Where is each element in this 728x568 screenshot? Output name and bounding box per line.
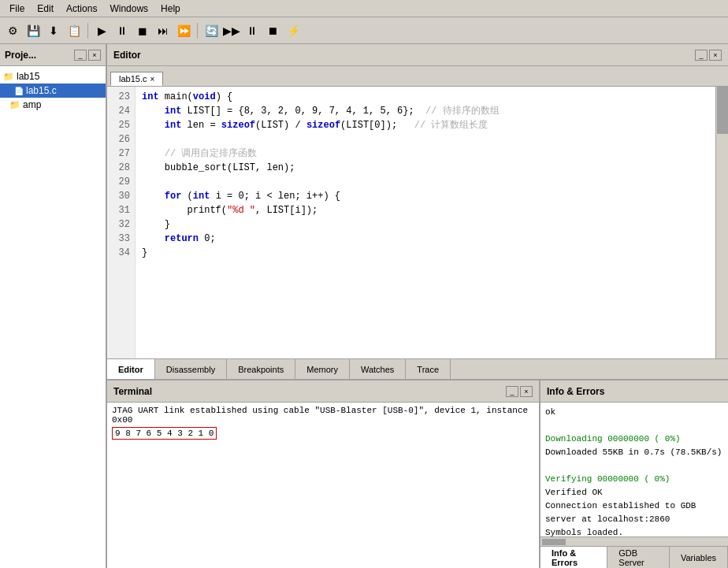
project-tree: 📁 lab15 📄 lab15.c 📁 amp	[0, 66, 106, 568]
tree-file-label: lab15.c	[26, 85, 57, 96]
info-tab-variables[interactable]: Variables	[670, 547, 728, 568]
code-editor[interactable]: int main(void) { int LIST[] = {8, 3, 2, …	[136, 87, 715, 358]
info-header: Info & Errors	[540, 381, 728, 403]
info-spacer-1	[545, 419, 723, 432]
toolbar-stop[interactable]: ◼	[133, 21, 152, 40]
tab-breakpoints[interactable]: Breakpoints	[227, 359, 295, 379]
editor-tab-lab15c[interactable]: lab15.c ×	[110, 72, 163, 86]
terminal-highlighted-output: 9 8 7 6 5 4 3 2 1 0	[112, 427, 217, 440]
info-title: Info & Errors	[547, 386, 604, 397]
info-scrollbar-h[interactable]	[540, 536, 728, 546]
line-numbers: 23 24 25 26 27 28 29 30 31 32 33 34	[107, 87, 136, 358]
menu-actions[interactable]: Actions	[60, 2, 103, 16]
toolbar-sep-2	[197, 23, 198, 39]
toolbar-settings[interactable]: ⚙	[3, 21, 22, 40]
editor-minimize-btn[interactable]: _	[695, 50, 708, 61]
terminal-minimize-btn[interactable]: _	[506, 386, 518, 397]
editor-scrollbar[interactable]	[715, 87, 728, 358]
menubar: File Edit Actions Windows Help	[0, 0, 728, 17]
editor-tab-label: lab15.c	[119, 74, 147, 84]
terminal-line2: 9 8 7 6 5 4 3 2 1 0	[112, 425, 534, 440]
toolbar-save[interactable]: 💾	[24, 21, 43, 40]
editor-close-btn[interactable]: ×	[709, 50, 722, 61]
editor-panel: Editor _ × lab15.c × 23 24 25 26 27	[107, 44, 728, 379]
info-line-symbols: Symbols loaded.	[545, 526, 723, 536]
info-tab-gdb-server[interactable]: GDB Server	[607, 547, 670, 568]
folder-icon-amp: 📁	[9, 100, 20, 110]
editor-header-buttons: _ ×	[695, 50, 722, 61]
terminal-panel: Terminal _ × JTAG UART link established …	[107, 381, 540, 568]
toolbar-step-into[interactable]: ⏩	[174, 21, 193, 40]
tree-root-folder[interactable]: 📁 lab15	[0, 69, 106, 84]
toolbar-step-over[interactable]: ⏭	[154, 21, 173, 40]
project-minimize-btn[interactable]: _	[74, 50, 87, 61]
info-line-verifying: Verifying 00000000 ( 0%)	[545, 473, 723, 486]
menu-edit[interactable]: Edit	[31, 2, 60, 16]
toolbar-reset[interactable]: ⏹	[263, 21, 282, 40]
toolbar-copy[interactable]: 📋	[65, 21, 84, 40]
info-scroll-thumb	[542, 539, 566, 545]
menu-windows[interactable]: Windows	[103, 2, 154, 16]
tab-editor[interactable]: Editor	[107, 359, 155, 379]
project-title: Proje...	[5, 50, 36, 61]
info-spacer-2	[545, 459, 723, 473]
terminal-close-btn[interactable]: ×	[520, 386, 533, 397]
tree-amp-folder[interactable]: 📁 amp	[0, 98, 106, 112]
info-panel: Info & Errors ok Downloading 00000000 ( …	[540, 381, 728, 568]
info-line-verified: Verified OK	[545, 486, 723, 499]
folder-icon: 📁	[3, 72, 14, 82]
bottom-panels: Terminal _ × JTAG UART link established …	[107, 379, 728, 568]
info-line-ok: ok	[545, 406, 723, 419]
editor-content[interactable]: 23 24 25 26 27 28 29 30 31 32 33 34 int …	[107, 87, 728, 358]
info-line-connection: Connection established to GDB server at …	[545, 499, 723, 526]
editor-tab-close[interactable]: ×	[150, 75, 154, 84]
info-line-downloaded: Downloaded 55KB in 0.7s (78.5KB/s)	[545, 446, 723, 459]
scrollbar-thumb	[717, 87, 728, 134]
tree-amp-label: amp	[23, 99, 41, 110]
terminal-title: Terminal	[113, 386, 152, 397]
tab-watches[interactable]: Watches	[350, 359, 406, 379]
file-icon: 📄	[14, 87, 24, 95]
toolbar-sep-1	[87, 23, 88, 39]
tab-trace[interactable]: Trace	[406, 359, 451, 379]
info-bottom-tabs: Info & Errors GDB Server Variables	[540, 546, 728, 568]
toolbar-run[interactable]: ▶	[92, 21, 111, 40]
project-panel: Proje... _ × 📁 lab15 📄 lab15.c 📁 amp	[0, 44, 107, 568]
menu-help[interactable]: Help	[154, 2, 187, 16]
tab-memory[interactable]: Memory	[295, 359, 350, 379]
project-close-btn[interactable]: ×	[88, 50, 101, 61]
terminal-header: Terminal _ ×	[107, 381, 539, 403]
terminal-header-buttons: _ ×	[506, 386, 533, 397]
tree-file-lab15c[interactable]: 📄 lab15.c	[0, 84, 106, 98]
project-header-buttons: _ ×	[74, 50, 101, 61]
tab-disassembly[interactable]: Disassembly	[155, 359, 227, 379]
tree-root-label: lab15	[17, 71, 39, 82]
right-side: Editor _ × lab15.c × 23 24 25 26 27	[107, 44, 728, 568]
project-panel-header: Proje... _ ×	[0, 44, 106, 66]
editor-header: Editor _ ×	[107, 44, 728, 66]
editor-bottom-tabs: Editor Disassembly Breakpoints Memory Wa…	[107, 358, 728, 379]
toolbar: ⚙ 💾 ⬇ 📋 ▶ ⏸ ◼ ⏭ ⏩ 🔄 ▶▶ ⏸ ⏹ ⚡	[0, 17, 728, 44]
terminal-line1: JTAG UART link established using cable "…	[112, 406, 534, 425]
toolbar-reload[interactable]: 🔄	[202, 21, 221, 40]
toolbar-flash[interactable]: ⚡	[284, 21, 303, 40]
info-content[interactable]: ok Downloading 00000000 ( 0%) Downloaded…	[540, 403, 728, 536]
toolbar-download[interactable]: ⬇	[44, 21, 63, 40]
terminal-content[interactable]: JTAG UART link established using cable "…	[107, 403, 539, 568]
info-tab-info-errors[interactable]: Info & Errors	[540, 547, 607, 568]
editor-title: Editor	[113, 50, 141, 61]
info-line-downloading: Downloading 00000000 ( 0%)	[545, 432, 723, 446]
main-area: Proje... _ × 📁 lab15 📄 lab15.c 📁 amp	[0, 44, 728, 568]
toolbar-pause[interactable]: ⏸	[113, 21, 132, 40]
menu-file[interactable]: File	[3, 2, 31, 16]
editor-tabs: lab15.c ×	[107, 66, 728, 87]
toolbar-pause2[interactable]: ⏸	[243, 21, 262, 40]
toolbar-continue[interactable]: ▶▶	[222, 21, 241, 40]
